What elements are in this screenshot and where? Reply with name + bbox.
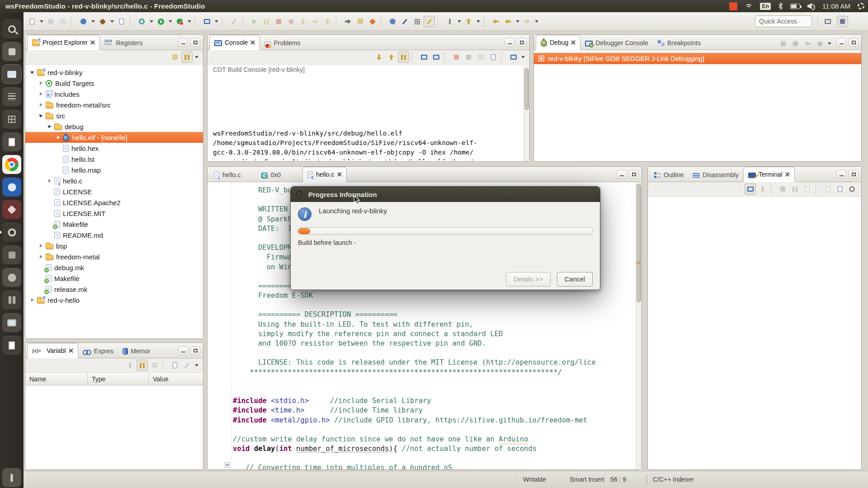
externalize-menu-icon[interactable] [475, 16, 481, 27]
new-debug-config-button[interactable] [78, 16, 89, 27]
tree-expander[interactable] [38, 80, 44, 86]
cpp-perspective-button[interactable] [837, 16, 848, 27]
battery-icon[interactable] [790, 4, 800, 9]
new-wizard-button[interactable] [26, 16, 38, 27]
tree-item-hello-map[interactable]: hello.map [25, 164, 203, 175]
search-menu-icon[interactable] [456, 16, 462, 27]
forward-menu-icon[interactable] [533, 16, 539, 27]
tab-breakpoints[interactable]: Breakpoints [653, 36, 705, 50]
tree-item-includes[interactable]: Includes [25, 89, 203, 99]
back-menu-icon[interactable] [514, 16, 520, 27]
connect-process-button[interactable] [790, 38, 801, 49]
link-with-editor-button[interactable] [181, 52, 193, 63]
pin-console-button[interactable] [398, 52, 409, 63]
tab-project-explorer[interactable]: Project Explorer [27, 35, 100, 50]
scrollbar-thumb[interactable] [637, 184, 641, 302]
tree-expander[interactable] [30, 297, 36, 303]
tab-disassembly[interactable]: Disassembly [688, 168, 743, 182]
skip-all-breakpoints-button[interactable] [387, 16, 398, 27]
maximize-button[interactable] [629, 170, 639, 179]
clear-terminal-button[interactable] [802, 183, 813, 195]
save-all-button[interactable] [57, 16, 69, 27]
show-on-stdout-button[interactable] [418, 52, 429, 63]
open-terminal-button[interactable] [745, 183, 756, 195]
console-scrollbar[interactable] [524, 66, 529, 161]
edit-expression-button[interactable] [181, 360, 193, 371]
minimize-button[interactable] [836, 170, 846, 179]
tree-expander[interactable] [38, 243, 44, 249]
maximize-button[interactable] [190, 346, 200, 355]
tab-console[interactable]: Console [209, 35, 260, 50]
maximize-button[interactable] [517, 38, 527, 47]
tab-expressions[interactable]: Expres [78, 344, 118, 358]
maximize-button[interactable] [190, 38, 200, 47]
close-icon[interactable] [337, 172, 342, 177]
bluetooth-icon[interactable] [778, 2, 783, 10]
dialog-close-icon[interactable] [295, 190, 304, 199]
forward-button[interactable] [521, 16, 533, 27]
run-external-menu-icon[interactable] [186, 16, 192, 27]
tree-expander[interactable] [38, 254, 44, 260]
tab-memory[interactable]: Memor [118, 344, 155, 358]
step-return-button[interactable] [322, 16, 333, 27]
remove-launch-button[interactable] [463, 52, 474, 63]
tree-expander[interactable] [47, 124, 53, 130]
tree-item-freedom-metal[interactable]: freedom-metal [25, 251, 203, 262]
tab-problems[interactable]: Problems [260, 36, 305, 50]
save-button[interactable] [45, 16, 57, 27]
console-output[interactable]: wsFreedomStudio/red-v-blinky/src/debug/h… [213, 110, 522, 160]
step-into-button[interactable] [297, 16, 309, 27]
externalize-button[interactable] [463, 16, 474, 27]
tree-item-readme-md[interactable]: README.md [25, 230, 203, 240]
drop-to-frame-button[interactable] [802, 38, 813, 49]
launcher-item-text-editor[interactable] [2, 132, 21, 151]
close-icon[interactable] [90, 40, 95, 45]
open-console-menu-icon[interactable] [213, 16, 219, 27]
show-type-names-button[interactable] [124, 360, 136, 371]
search-button[interactable] [444, 16, 455, 27]
tree-expander[interactable] [47, 178, 53, 184]
close-icon[interactable] [69, 348, 73, 353]
tab-hello-c-2[interactable]: hello.c [302, 167, 346, 182]
session-gear-icon[interactable] [858, 3, 864, 9]
maximize-button[interactable] [849, 38, 859, 47]
collapse-stack-button[interactable] [367, 16, 378, 27]
debug-view-menu-icon[interactable] [826, 38, 832, 49]
launcher-item-trash[interactable] [2, 468, 21, 487]
copy-button[interactable] [822, 183, 833, 195]
debug-launch-row[interactable]: red-v-blinky [SiFive GDB SEGGER J-Link D… [534, 53, 861, 64]
collapse-all-button[interactable] [169, 52, 180, 63]
tab-registers[interactable]: Registers [100, 36, 147, 50]
minimize-button[interactable] [505, 38, 514, 47]
annotate-button[interactable] [228, 16, 240, 27]
scroll-lock-button[interactable] [789, 183, 801, 195]
tab-outline[interactable]: Outline [650, 168, 688, 182]
run-external-button[interactable] [174, 16, 185, 27]
disconnect-button[interactable] [285, 16, 297, 27]
keyboard-layout-indicator[interactable]: En [760, 3, 770, 10]
minimize-button[interactable] [836, 38, 846, 47]
debug-as-button[interactable] [136, 16, 147, 27]
tab-debug[interactable]: Debug [536, 35, 580, 50]
volume-icon[interactable] [807, 3, 815, 9]
terminate-button[interactable] [273, 16, 284, 27]
close-icon[interactable] [571, 40, 576, 45]
scrollbar-thumb[interactable] [524, 68, 529, 110]
minimize-button[interactable] [178, 346, 188, 355]
column-name[interactable]: Name [25, 373, 88, 385]
new-wizard-menu-icon[interactable] [38, 16, 44, 27]
tree-item-license-apache2[interactable]: LICENSE.Apache2 [25, 197, 203, 208]
mark-occurrences-button[interactable] [399, 16, 410, 27]
launcher-item-system-settings[interactable] [2, 87, 21, 106]
remove-all-terminated-button[interactable] [778, 38, 789, 49]
run-menu-icon[interactable] [167, 16, 173, 27]
run-button[interactable] [155, 16, 166, 27]
tree-item-release-mk[interactable]: release.mk [25, 284, 203, 295]
maximize-button[interactable] [849, 170, 859, 179]
build-binary-button[interactable] [116, 16, 127, 27]
tab-debugger-console[interactable]: Debugger Console [580, 36, 653, 50]
tree-expander[interactable] [38, 91, 44, 97]
show-debug-columns-button[interactable] [354, 16, 366, 27]
launcher-item-files[interactable] [2, 42, 21, 61]
launcher-item-kazam[interactable] [2, 178, 21, 197]
